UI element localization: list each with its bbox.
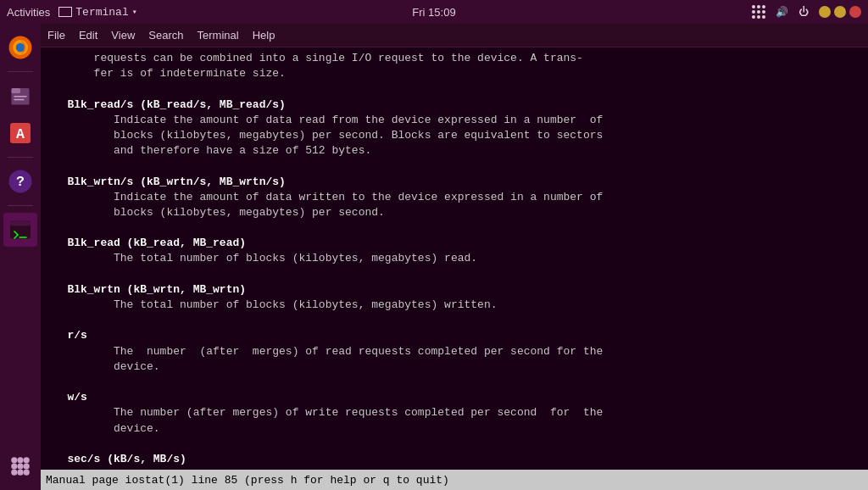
menu-view[interactable]: View: [111, 29, 135, 42]
menu-help[interactable]: Help: [253, 29, 275, 42]
dock-separator-1: [8, 71, 33, 72]
power-icon: ⏻: [798, 6, 809, 19]
dock-separator-2: [8, 157, 33, 158]
section-r-s: r/s: [67, 329, 86, 342]
section-blk-wrtn: Blk_wrtn (kB_wrtn, MB_wrtn): [67, 283, 246, 296]
activities-button[interactable]: Activities: [7, 6, 50, 19]
svg-point-21: [17, 470, 23, 476]
svg-point-2: [16, 43, 25, 53]
status-bar-text: Manual page iostat(1) line 85 (press h f…: [46, 474, 449, 487]
svg-text:?: ?: [16, 174, 25, 190]
terminal-output: requests can be combined into a single I…: [41, 47, 868, 470]
system-bar-right: 🔊 ⏻: [752, 5, 861, 19]
terminal-window: File Edit View Search Terminal Help requ…: [41, 24, 868, 490]
svg-point-14: [11, 457, 17, 463]
svg-text:A: A: [16, 126, 25, 142]
maximize-button[interactable]: [834, 6, 846, 18]
menu-edit[interactable]: Edit: [79, 29, 97, 42]
dock-item-help[interactable]: ?: [3, 164, 37, 198]
chevron-down-icon: ▾: [132, 7, 137, 17]
section-blk-read: Blk_read (kB_read, MB_read): [67, 237, 246, 249]
dock-item-firefox[interactable]: [3, 31, 37, 64]
terminal-menu-bar: File Edit View Search Terminal Help: [41, 24, 868, 47]
svg-rect-5: [14, 96, 27, 97]
network-icon: [752, 5, 765, 19]
speaker-icon: 🔊: [776, 6, 788, 19]
svg-rect-4: [12, 88, 21, 93]
menu-terminal[interactable]: Terminal: [198, 29, 239, 42]
dock-item-terminal[interactable]: [3, 213, 37, 247]
close-button[interactable]: [849, 6, 861, 18]
dock-item-apps[interactable]: [3, 449, 37, 483]
svg-point-17: [11, 463, 17, 469]
terminal-indicator: Terminal ▾: [58, 6, 136, 19]
svg-point-20: [11, 470, 17, 476]
system-bar: Activities Terminal ▾ Fri 15:09 🔊 ⏻: [0, 0, 868, 24]
dock-item-software[interactable]: A: [3, 116, 37, 150]
terminal-icon: [58, 7, 72, 17]
application-dock: A ?: [0, 24, 41, 490]
window-controls: [819, 6, 861, 18]
svg-point-16: [24, 457, 30, 463]
svg-point-19: [24, 463, 30, 469]
system-bar-datetime: Fri 15:09: [412, 6, 455, 19]
menu-search[interactable]: Search: [148, 29, 183, 42]
dock-separator-3: [8, 205, 33, 206]
section-blk-read-s: Blk_read/s (kB_read/s, MB_read/s): [67, 98, 285, 111]
svg-point-18: [17, 463, 23, 469]
section-sec-s: sec/s (kB/s, MB/s): [67, 453, 186, 465]
dock-item-files[interactable]: [3, 79, 37, 113]
svg-rect-12: [10, 221, 31, 226]
minimize-button[interactable]: [819, 6, 831, 18]
svg-point-22: [24, 470, 30, 476]
terminal-label: Terminal: [75, 6, 128, 19]
system-bar-left: Activities Terminal ▾: [7, 6, 137, 19]
section-w-s: w/s: [67, 391, 86, 404]
terminal-status-bar: Manual page iostat(1) line 85 (press h f…: [41, 470, 868, 490]
menu-file[interactable]: File: [47, 29, 65, 42]
svg-point-15: [17, 457, 23, 463]
section-blk-wrtn-s: Blk_wrtn/s (kB_wrtn/s, MB_wrtn/s): [67, 175, 285, 188]
svg-rect-6: [14, 99, 25, 101]
